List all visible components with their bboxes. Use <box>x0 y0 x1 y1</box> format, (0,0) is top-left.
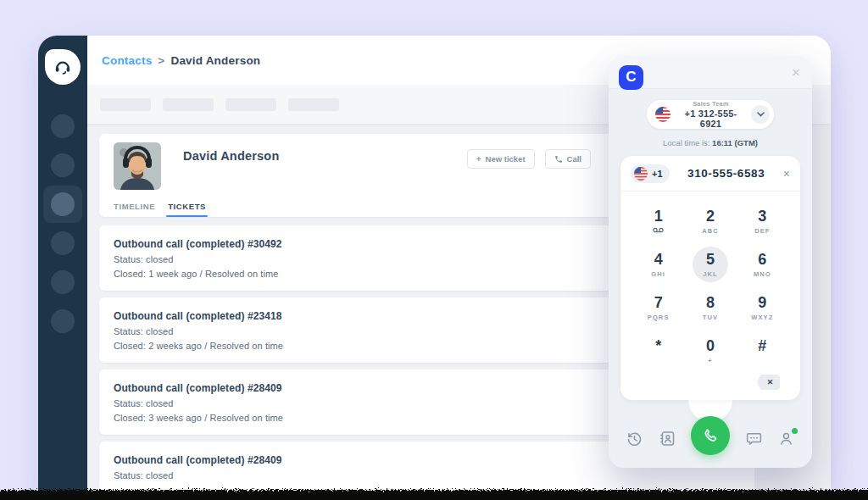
keypad-key-9[interactable]: 9WXYZ <box>737 286 788 330</box>
sidebar-item-4-icon[interactable] <box>51 231 75 255</box>
outbound-line-selector[interactable]: Sales Team +1 312-555-6921 <box>647 100 774 129</box>
contacts-book-icon[interactable] <box>659 430 676 447</box>
tab-timeline[interactable]: TIMELINE <box>114 197 155 217</box>
start-call-button[interactable] <box>691 416 730 455</box>
phone-number-input[interactable]: 310-555-6583 <box>670 167 783 180</box>
plus-icon: + <box>476 154 481 164</box>
keypad-key-7[interactable]: 7PQRS <box>632 286 684 330</box>
glitch-noise-band <box>0 486 868 500</box>
numpad-card: +1 310-555-6583 × 1 2ABC 3DEF 4GHI 5JKL … <box>620 156 800 400</box>
sidebar-item-1-icon[interactable] <box>51 114 75 138</box>
skeleton-bar <box>225 98 276 111</box>
tab-tickets[interactable]: TICKETS <box>168 197 206 217</box>
breadcrumb-separator: > <box>158 54 164 67</box>
line-number: +1 312-555-6921 <box>676 108 745 129</box>
us-flag-icon <box>634 167 648 181</box>
sidebar-item-6-icon[interactable] <box>51 309 75 333</box>
sidebar <box>38 36 87 500</box>
sidebar-item-3-icon[interactable] <box>51 192 75 216</box>
chat-icon[interactable] <box>745 430 763 447</box>
keypad-key-2[interactable]: 2ABC <box>684 200 736 243</box>
skeleton-bar <box>100 98 151 111</box>
dialer-header: C × <box>609 56 812 89</box>
keypad-key-0[interactable]: 0+ <box>684 330 736 373</box>
close-icon[interactable]: × <box>792 65 800 80</box>
avatar <box>114 142 161 190</box>
chevron-down-icon <box>751 105 770 124</box>
new-ticket-button[interactable]: + New ticket <box>467 149 535 169</box>
sidebar-item-2 <box>43 147 82 184</box>
sidebar-item-2-icon[interactable] <box>51 153 75 177</box>
ticket-status: Status: closed <box>114 470 740 481</box>
dial-code-chip[interactable]: +1 <box>631 164 670 183</box>
backspace-row: ✕ <box>620 373 800 400</box>
keypad-key-star[interactable]: * <box>632 330 684 373</box>
clear-number-icon[interactable]: × <box>783 168 790 180</box>
keypad-key-hash[interactable]: # <box>737 330 788 373</box>
sidebar-item-5-icon[interactable] <box>51 270 75 294</box>
skeleton-bar <box>163 98 214 111</box>
keypad-key-3[interactable]: 3DEF <box>737 200 788 243</box>
local-time: Local time is: 16:11 (GTM) <box>609 138 812 147</box>
call-button[interactable]: Call <box>545 149 591 169</box>
contact-actions: + New ticket Call <box>467 149 591 169</box>
history-icon[interactable] <box>626 430 643 447</box>
keypad-key-5[interactable]: 5JKL <box>684 243 736 286</box>
agent-status-icon[interactable] <box>777 430 795 447</box>
app-logo <box>45 49 81 85</box>
keypad-key-1[interactable]: 1 <box>632 200 684 243</box>
keypad-key-8[interactable]: 8TUV <box>684 286 736 330</box>
call-icon <box>702 427 719 444</box>
line-info: Sales Team +1 312-555-6921 <box>676 100 745 129</box>
keypad-key-6[interactable]: 6MNO <box>737 243 788 286</box>
sidebar-item-4 <box>43 225 82 262</box>
keypad: 1 2ABC 3DEF 4GHI 5JKL 6MNO 7PQRS 8TUV 9W… <box>620 192 800 373</box>
sidebar-item-5 <box>43 264 82 301</box>
sidebar-item-6 <box>43 303 82 340</box>
keypad-key-4[interactable]: 4GHI <box>632 243 684 286</box>
breadcrumb-current: David Anderson <box>170 54 260 67</box>
dialer-widget: C × Sales Team +1 312-555-6921 <box>609 56 812 468</box>
number-input-row: +1 310-555-6583 × <box>620 156 800 192</box>
dial-code: +1 <box>652 169 663 179</box>
backspace-icon[interactable]: ✕ <box>757 375 780 390</box>
online-status-dot <box>792 428 798 434</box>
dialer-action-bar <box>609 408 812 468</box>
cloudtalk-logo: C <box>619 65 643 90</box>
line-team-label: Sales Team <box>676 100 745 108</box>
phone-icon <box>554 155 563 164</box>
voicemail-icon <box>653 227 664 235</box>
sidebar-item-1 <box>43 108 82 145</box>
local-time-value: 16:11 (GTM) <box>712 138 758 147</box>
us-flag-icon <box>655 107 670 122</box>
contact-name: David Anderson <box>183 149 279 163</box>
breadcrumb-contacts-link[interactable]: Contacts <box>102 54 152 67</box>
headset-icon <box>53 57 73 77</box>
skeleton-bar <box>288 98 339 111</box>
sidebar-item-3-active <box>43 186 82 223</box>
